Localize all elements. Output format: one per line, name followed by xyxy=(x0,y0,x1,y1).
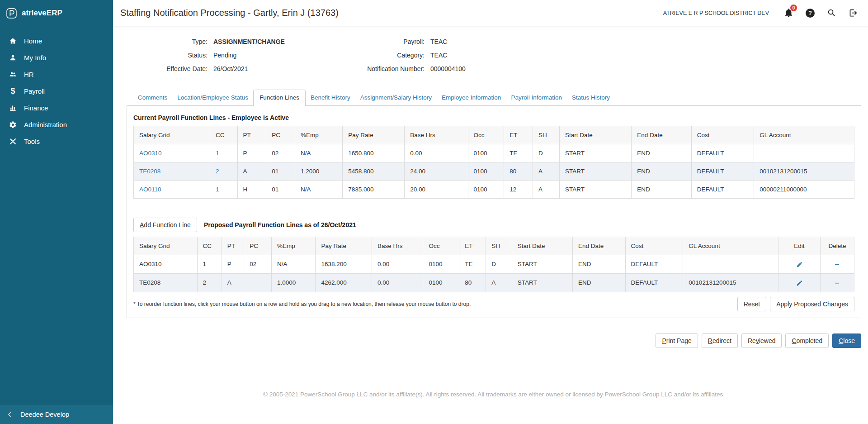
cell-cc: 2 xyxy=(210,162,237,181)
page-title: Staffing Notification Processing - Gartl… xyxy=(120,8,339,18)
status-label: Status: xyxy=(127,52,213,59)
cell-cost: DEFAULT xyxy=(625,255,683,274)
category-value: TEAC xyxy=(430,52,447,59)
content: Type:ASSIGNMENT/CHANGE Status:Pending Ef… xyxy=(113,26,868,424)
tab-comments[interactable]: Comments xyxy=(133,90,172,105)
redirect-button[interactable]: Redirect xyxy=(702,333,738,348)
delete-minus-icon[interactable] xyxy=(834,261,840,268)
cell-occ: 0100 xyxy=(468,181,504,199)
sidebar-user[interactable]: Deedee Develop xyxy=(0,405,113,424)
cell-salary-grid: TE0208 xyxy=(134,273,198,292)
sidebar-item-tools[interactable]: Tools xyxy=(0,133,113,150)
search-button[interactable] xyxy=(827,8,836,18)
edit-pencil-icon[interactable] xyxy=(796,280,803,286)
cell-pay-rate: 1638.200 xyxy=(316,255,372,274)
sidebar-item-home[interactable]: Home xyxy=(0,33,113,49)
cell-et: 80 xyxy=(504,162,533,181)
sidebar-item-my-info[interactable]: My Info xyxy=(0,49,113,66)
tab-function-lines[interactable]: Function Lines xyxy=(253,90,306,106)
cell-edit xyxy=(778,255,821,274)
tab-bar: CommentsLocation/Employee StatusFunction… xyxy=(127,90,861,105)
sidebar-item-label: Home xyxy=(24,37,42,45)
cell-pc xyxy=(244,273,272,292)
col-pt: PT xyxy=(222,237,244,255)
salary-grid-link[interactable]: AO0310 xyxy=(139,150,162,157)
proposed-function-line-row[interactable]: AO03101P02N/A1638.2000.000100TEDSTARTEND… xyxy=(134,255,854,274)
sidebar-item-payroll[interactable]: $Payroll xyxy=(0,83,113,100)
function-lines-panel: Current Payroll Function Lines - Employe… xyxy=(127,105,861,318)
tab-location-employee-status[interactable]: Location/Employee Status xyxy=(172,90,253,105)
col-salary-grid: Salary Grid xyxy=(134,126,210,144)
brand[interactable]: atrieveERP xyxy=(0,0,113,26)
category-label: Category: xyxy=(344,52,430,59)
current-function-line-row: AO01101H01N/A7835.00020.00010012ASTARTEN… xyxy=(134,181,854,199)
col-pc: PC xyxy=(244,237,272,255)
proposed-actions: ResetApply Proposed Changes xyxy=(737,297,854,311)
cell-sh: A xyxy=(533,181,560,199)
notifications-button[interactable]: 0 xyxy=(784,8,793,18)
apply-proposed-changes-button[interactable]: Apply Proposed Changes xyxy=(770,297,854,311)
environment-label: ATRIEVE E R P SCHOOL DISTRICT DEV xyxy=(663,10,769,16)
tab-employee-information[interactable]: Employee Information xyxy=(437,90,506,105)
details-right: Payroll:TEAC Category:TEAC Notification … xyxy=(344,38,466,79)
payroll-label: Payroll: xyxy=(344,38,430,45)
delete-minus-icon[interactable] xyxy=(834,280,840,286)
sidebar-item-hr[interactable]: HR xyxy=(0,66,113,83)
proposed-function-line-row[interactable]: TE02082A1.00004262.0000.00010080ASTARTEN… xyxy=(134,273,854,292)
salary-grid-link[interactable]: TE0208 xyxy=(139,168,160,175)
notification-badge: 0 xyxy=(790,5,797,11)
cc-link[interactable]: 1 xyxy=(216,150,219,157)
cell-pc: 01 xyxy=(266,181,295,199)
salary-grid-link[interactable]: AO0110 xyxy=(139,186,161,193)
reset-button[interactable]: Reset xyxy=(737,297,767,311)
current-section-title: Current Payroll Function Lines - Employe… xyxy=(133,114,854,121)
edit-pencil-icon[interactable] xyxy=(796,261,803,268)
sidebar: atrieveERP HomeMy InfoHR$PayrollFinanceA… xyxy=(0,0,113,424)
sidebar-item-label: Administration xyxy=(24,121,67,129)
cell-occ: 0100 xyxy=(468,144,504,162)
effective-date-label: Effective Date: xyxy=(127,65,213,72)
sidebar-item-administration[interactable]: Administration xyxy=(0,116,113,133)
tab-benefit-history[interactable]: Benefit History xyxy=(306,90,355,105)
topbar-actions: ATRIEVE E R P SCHOOL DISTRICT DEV 0 xyxy=(663,8,858,18)
cell-base-hrs: 0.00 xyxy=(372,273,423,292)
tab-status-history[interactable]: Status History xyxy=(567,90,615,105)
people-icon xyxy=(9,71,17,78)
header-row: Salary GridCCPTPC%EmpPay RateBase HrsOcc… xyxy=(134,237,854,255)
search-icon xyxy=(827,8,836,18)
col-pt: PT xyxy=(237,126,266,144)
close-button[interactable]: Close xyxy=(832,333,861,348)
print-page-button[interactable]: Print Page xyxy=(656,333,698,348)
dollar-icon: $ xyxy=(9,87,17,95)
tab-payroll-information[interactable]: Payroll Information xyxy=(506,90,567,105)
cell-end-date: END xyxy=(572,255,625,274)
cell-cost: DEFAULT xyxy=(625,273,683,292)
add-function-line-button[interactable]: Add Function Line xyxy=(133,218,197,232)
logout-button[interactable] xyxy=(849,8,858,18)
sidebar-nav: HomeMy InfoHR$PayrollFinanceAdministrati… xyxy=(0,26,113,405)
cell-start-date: START xyxy=(559,144,631,162)
page-actions: Print PageRedirectReviewedCompletedClose xyxy=(127,333,861,348)
cell-gl-account: 00000211000000 xyxy=(754,181,854,199)
cell-salary-grid: TE0208 xyxy=(134,162,210,181)
details-left: Type:ASSIGNMENT/CHANGE Status:Pending Ef… xyxy=(127,38,344,79)
cell-gl-account xyxy=(683,255,778,274)
main: Staffing Notification Processing - Gartl… xyxy=(113,0,868,424)
help-button[interactable] xyxy=(806,9,815,18)
cell-et: 12 xyxy=(504,181,533,199)
sidebar-item-finance[interactable]: Finance xyxy=(0,100,113,116)
cell-salary-grid: AO0110 xyxy=(134,181,210,199)
completed-button[interactable]: Completed xyxy=(785,333,829,348)
tab-assignment-salary-history[interactable]: Assignment/Salary History xyxy=(355,90,437,105)
chevron-left-icon xyxy=(7,411,13,418)
chart-icon xyxy=(9,104,17,112)
cell-salary-grid: AO0310 xyxy=(134,255,198,274)
cc-link[interactable]: 1 xyxy=(216,186,219,193)
cc-link[interactable]: 2 xyxy=(216,168,219,175)
reviewed-button[interactable]: Reviewed xyxy=(741,333,782,348)
proposed-section-header: Add Function Line Proposed Payroll Funct… xyxy=(133,218,854,232)
cell-start-date: START xyxy=(559,181,631,199)
sidebar-item-label: Payroll xyxy=(24,87,45,95)
notification-number-value: 0000004100 xyxy=(430,65,466,72)
type-value: ASSIGNMENT/CHANGE xyxy=(213,38,285,45)
